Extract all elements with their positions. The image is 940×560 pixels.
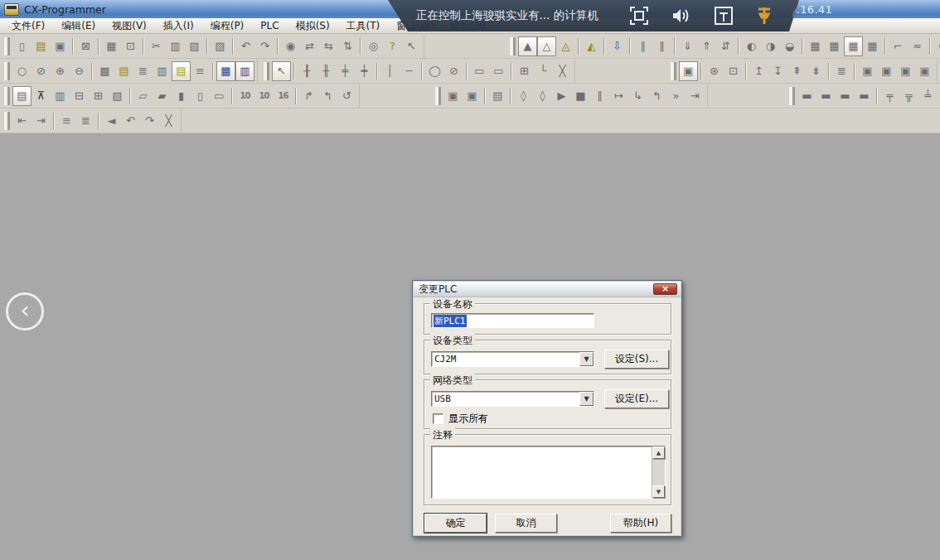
sim-pause-icon[interactable]: ‖ bbox=[590, 86, 609, 106]
decimal-monitor-icon[interactable]: 10 bbox=[235, 86, 254, 106]
flag-icon[interactable]: ▮ bbox=[172, 86, 191, 106]
force-on-icon[interactable]: ↱ bbox=[299, 86, 318, 106]
transfer-settings-icon[interactable]: ⇩ bbox=[608, 36, 627, 56]
contact-open-icon[interactable]: ╂ bbox=[298, 61, 317, 81]
timer-2-icon[interactable]: ╦ bbox=[899, 86, 918, 106]
memory-bar-2-icon[interactable]: ▬ bbox=[816, 86, 836, 106]
symbols-view-icon[interactable]: ▥ bbox=[153, 61, 172, 81]
output-window-icon[interactable]: ▥ bbox=[51, 86, 70, 106]
pause-hand-1-icon[interactable]: ◊ bbox=[514, 86, 533, 106]
audio-icon[interactable] bbox=[671, 7, 691, 25]
lock-icon[interactable]: Θ bbox=[933, 36, 940, 56]
chevron-down-icon[interactable]: ▼ bbox=[579, 392, 594, 406]
menu-item-simulate[interactable]: 模拟(S) bbox=[288, 18, 338, 34]
dialog-view-icon[interactable]: ▤ bbox=[114, 61, 133, 81]
instruction-box-icon[interactable]: ▭ bbox=[470, 61, 489, 81]
step-run-icon[interactable]: ↦ bbox=[609, 86, 628, 106]
network-settings-button[interactable]: 设定(E)... bbox=[604, 389, 669, 408]
replace-icon[interactable]: ⇄ bbox=[300, 36, 319, 56]
step-out-icon[interactable]: ↰ bbox=[647, 86, 666, 106]
time-chart-monitor-icon[interactable]: ≈ bbox=[908, 36, 927, 56]
toolbar-grip[interactable] bbox=[789, 87, 795, 105]
device-type-combobox[interactable]: CJ2M ▼ bbox=[431, 351, 594, 367]
io-grid-icon[interactable]: ▭ bbox=[210, 86, 229, 106]
list-top-icon[interactable]: ≣ bbox=[76, 111, 95, 131]
fast-forward-icon[interactable]: » bbox=[666, 86, 686, 106]
monitor-mode-icon[interactable]: ◑ bbox=[761, 36, 780, 56]
chevron-down-icon[interactable]: ▼ bbox=[579, 352, 594, 366]
watch-list-icon[interactable]: ≣ bbox=[832, 61, 851, 81]
rung-comment-icon[interactable]: ▤ bbox=[172, 61, 191, 81]
upload-from-plc-icon[interactable]: ⇑ bbox=[697, 36, 716, 56]
toolbar-grip[interactable] bbox=[4, 87, 10, 105]
vertical-line-icon[interactable]: │ bbox=[380, 61, 400, 81]
instruction-box-2-icon[interactable]: ▭ bbox=[489, 61, 508, 81]
copy-icon[interactable]: ▥ bbox=[166, 36, 185, 56]
hex-monitor-icon[interactable]: 16 bbox=[274, 86, 293, 106]
symbol-out-up-icon[interactable]: ⇞ bbox=[787, 61, 807, 81]
info-icon[interactable]: ◎ bbox=[364, 36, 383, 56]
find-icon[interactable]: ◉ bbox=[281, 36, 300, 56]
memory-bar-1-icon[interactable]: ▬ bbox=[797, 86, 816, 106]
sim-stop-icon[interactable]: ■ bbox=[571, 86, 590, 106]
menu-item-plc[interactable]: PLC bbox=[252, 19, 287, 32]
replace-all-icon[interactable]: ⇆ bbox=[319, 36, 338, 56]
signed-decimal-icon[interactable]: 10 bbox=[254, 86, 274, 106]
toolbar-grip[interactable] bbox=[435, 87, 441, 105]
undo-icon[interactable]: ↶ bbox=[236, 36, 255, 56]
window-view-icon[interactable]: ▣ bbox=[679, 61, 698, 81]
ok-button[interactable]: 确定 bbox=[424, 514, 487, 533]
pause-icon[interactable]: ‖ bbox=[652, 36, 671, 56]
ladder-view-icon[interactable]: ▥ bbox=[235, 61, 254, 81]
mark-undo-icon[interactable]: ↶ bbox=[121, 111, 140, 131]
plc-memory-3-icon[interactable]: ▦ bbox=[844, 36, 863, 56]
close-icon[interactable]: × bbox=[653, 283, 677, 295]
local-tree-icon[interactable]: ≡ bbox=[191, 61, 210, 81]
horizontal-line-icon[interactable]: ─ bbox=[400, 61, 419, 81]
work-online-icon[interactable]: ▲ bbox=[518, 36, 537, 56]
cut-reference-icon[interactable]: ▱ bbox=[133, 86, 153, 106]
list-normal-icon[interactable]: ≡ bbox=[57, 111, 76, 131]
context-help-icon[interactable]: ↖ bbox=[402, 36, 421, 56]
run-mode-icon[interactable]: ◐ bbox=[742, 36, 761, 56]
menu-item-file[interactable]: 文件(F) bbox=[3, 18, 53, 34]
plc-memory-4-icon[interactable]: ▦ bbox=[863, 36, 882, 56]
show-grid-icon[interactable]: ▩ bbox=[95, 61, 114, 81]
device-name-input[interactable]: 新PLC1 bbox=[431, 313, 594, 328]
step-in-icon[interactable]: ↳ bbox=[628, 86, 647, 106]
select-cursor-icon[interactable]: ↖ bbox=[272, 61, 291, 81]
pin-icon[interactable] bbox=[756, 6, 773, 26]
layers-icon[interactable]: ⊛ bbox=[705, 61, 724, 81]
stamp-icon[interactable]: ▰ bbox=[153, 86, 172, 106]
sim-play-icon[interactable]: ▶ bbox=[552, 86, 571, 106]
toolbar-grip[interactable] bbox=[264, 62, 269, 80]
save-file-icon[interactable]: ▣ bbox=[51, 36, 70, 56]
show-all-checkbox[interactable] bbox=[433, 413, 443, 424]
symbol-in-up-icon[interactable]: ↥ bbox=[749, 61, 768, 81]
paste-special-icon[interactable]: ▨ bbox=[211, 36, 230, 56]
properties-icon[interactable]: ▧ bbox=[108, 86, 127, 106]
mark-back-icon[interactable]: ◄ bbox=[102, 111, 121, 131]
paste-icon[interactable]: ▧ bbox=[185, 36, 204, 56]
memory-bar-4-icon[interactable]: ▬ bbox=[855, 86, 874, 106]
zoom-cut-icon[interactable]: ⊘ bbox=[31, 61, 51, 81]
fullscreen-icon[interactable] bbox=[630, 7, 648, 25]
auto-online-icon[interactable]: ◭ bbox=[582, 36, 601, 56]
download-to-plc-icon[interactable]: ⇓ bbox=[678, 36, 697, 56]
redo-icon[interactable]: ↷ bbox=[255, 36, 274, 56]
pause-hand-2-icon[interactable]: ◊ bbox=[533, 86, 552, 106]
network-type-combobox[interactable]: USB ▼ bbox=[431, 391, 594, 407]
print-icon[interactable]: ▦ bbox=[102, 36, 121, 56]
run-to-end-icon[interactable]: ⇥ bbox=[686, 86, 705, 106]
zoom-in-icon[interactable]: ⊕ bbox=[51, 61, 70, 81]
symbol-in-down-icon[interactable]: ↧ bbox=[768, 61, 787, 81]
contact-closed-icon[interactable]: ╫ bbox=[317, 61, 336, 81]
monitor-icon[interactable]: ◬ bbox=[556, 36, 575, 56]
function-block-icon[interactable]: ⊞ bbox=[515, 61, 534, 81]
cross-reference-icon[interactable]: ⊞ bbox=[89, 86, 108, 106]
sort-az-icon[interactable]: ⇅ bbox=[338, 36, 357, 56]
coil-closed-icon[interactable]: ⊘ bbox=[444, 61, 463, 81]
force-off-icon[interactable]: ↰ bbox=[318, 86, 337, 106]
contact-or-open-icon[interactable]: ╪ bbox=[336, 61, 355, 81]
address-list-icon[interactable]: ≣ bbox=[133, 61, 153, 81]
